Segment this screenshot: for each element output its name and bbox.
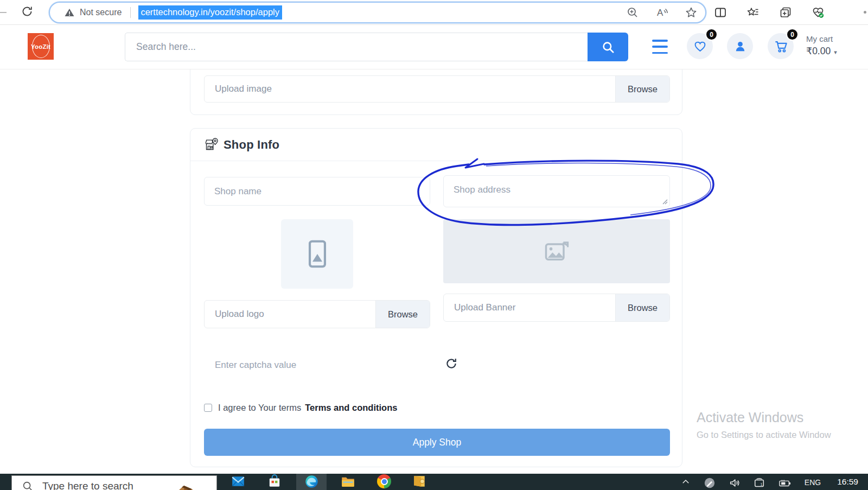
favorites-bar-icon[interactable] bbox=[746, 6, 760, 19]
refresh-button[interactable] bbox=[21, 5, 36, 20]
taskbar-chrome-icon[interactable] bbox=[376, 474, 392, 490]
windows-ink-icon[interactable] bbox=[704, 477, 716, 489]
image-upload-icon bbox=[542, 237, 571, 265]
taskbar-notes-app-icon[interactable] bbox=[411, 474, 427, 490]
svg-text:A: A bbox=[657, 8, 663, 18]
windows-taskbar: Type here to search bbox=[0, 474, 868, 490]
shop-address-input[interactable] bbox=[443, 175, 670, 207]
wishlist-count-badge: 0 bbox=[705, 28, 718, 41]
store-location-icon bbox=[204, 137, 219, 152]
site-search-button[interactable] bbox=[588, 33, 628, 61]
upload-logo-browse-button[interactable]: Browse bbox=[375, 301, 430, 328]
heart-icon bbox=[693, 40, 707, 53]
image-placeholder-icon bbox=[301, 237, 334, 271]
search-icon bbox=[601, 40, 615, 54]
read-aloud-icon[interactable]: A bbox=[655, 6, 668, 19]
my-cart-label: My cart bbox=[806, 34, 837, 43]
my-cart-summary[interactable]: My cart ₹0.00▾ bbox=[806, 34, 837, 57]
upload-image-browse-button[interactable]: Browse bbox=[615, 76, 669, 102]
hidden-icons-chevron-icon[interactable] bbox=[681, 477, 691, 487]
url-text-selected[interactable]: certtechnology.in/yoozit/shop/apply bbox=[138, 5, 282, 20]
volume-icon[interactable] bbox=[729, 477, 741, 489]
address-bar[interactable]: Not secure certtechnology.in/yoozit/shop… bbox=[49, 2, 706, 23]
apply-shop-button[interactable]: Apply Shop bbox=[204, 429, 670, 456]
terms-agreement-row[interactable]: I agree to Your terms Terms and conditio… bbox=[204, 403, 397, 413]
activate-windows-watermark: Activate Windows Go to Settings to activ… bbox=[697, 410, 831, 440]
svg-text:1: 1 bbox=[761, 482, 763, 486]
search-highlight-mountain-icon[interactable] bbox=[163, 481, 213, 490]
zoom-in-icon[interactable] bbox=[626, 6, 639, 19]
language-indicator[interactable]: ENG bbox=[805, 478, 821, 487]
shop-info-title: Shop Info bbox=[224, 138, 279, 152]
site-header: YooZit 0 bbox=[0, 25, 868, 69]
cart-icon bbox=[774, 39, 788, 54]
favorite-star-icon[interactable] bbox=[685, 6, 698, 19]
site-logo[interactable]: YooZit bbox=[28, 33, 54, 60]
logo-text: YooZit bbox=[31, 43, 50, 50]
browser-essentials-icon[interactable] bbox=[812, 6, 825, 19]
chevron-down-icon: ▾ bbox=[834, 49, 837, 55]
shop-info-card: Shop Info Upload logo Browse bbox=[190, 128, 682, 467]
upload-banner-browse-button[interactable]: Browse bbox=[615, 294, 669, 321]
taskbar-store-icon[interactable] bbox=[266, 474, 283, 490]
watermark-title: Activate Windows bbox=[697, 410, 831, 425]
menu-button[interactable] bbox=[652, 40, 668, 54]
captcha-refresh-button[interactable] bbox=[444, 357, 458, 371]
upload-banner-field[interactable]: Upload Banner Browse bbox=[443, 294, 670, 322]
refresh-captcha-icon bbox=[444, 357, 458, 371]
collections-icon[interactable] bbox=[779, 6, 792, 19]
banner-preview-placeholder[interactable] bbox=[443, 219, 670, 283]
site-search-input[interactable] bbox=[125, 33, 588, 61]
refresh-icon bbox=[21, 5, 34, 18]
shop-info-header: Shop Info bbox=[190, 129, 682, 161]
taskbar-search-icon bbox=[22, 480, 34, 490]
shop-name-input[interactable] bbox=[204, 177, 430, 206]
forward-nav-partial-icon bbox=[0, 12, 7, 13]
logo-preview-placeholder[interactable] bbox=[281, 219, 353, 289]
security-label[interactable]: Not secure bbox=[80, 8, 122, 17]
user-icon bbox=[733, 40, 747, 53]
tablet-device-icon[interactable]: 1 bbox=[754, 477, 765, 489]
captcha-input[interactable] bbox=[204, 351, 383, 379]
taskbar-file-explorer-icon[interactable] bbox=[340, 474, 356, 490]
cart-amount: ₹0.00 bbox=[806, 46, 831, 56]
browser-toolbar: Not secure certtechnology.in/yoozit/shop… bbox=[0, 0, 868, 25]
cart-count-badge: 0 bbox=[786, 28, 799, 41]
clock[interactable]: 16:59 bbox=[837, 477, 858, 487]
terms-link[interactable]: Terms and conditions bbox=[305, 403, 397, 413]
taskbar-search-placeholder: Type here to search bbox=[42, 480, 133, 490]
account-button[interactable] bbox=[727, 33, 753, 59]
upload-banner-placeholder: Upload Banner bbox=[444, 294, 615, 321]
agree-text: I agree to Your terms bbox=[218, 403, 301, 413]
not-secure-warning-icon[interactable] bbox=[64, 7, 75, 18]
wishlist-button[interactable]: 0 bbox=[687, 33, 713, 59]
site-search bbox=[125, 33, 588, 61]
taskbar-edge-icon[interactable] bbox=[303, 474, 320, 490]
system-tray: 1 ENG 16:59 bbox=[681, 474, 868, 490]
cart-button[interactable]: 0 bbox=[768, 33, 794, 59]
taskbar-search-box[interactable]: Type here to search bbox=[11, 475, 217, 490]
more-menu-partial-icon[interactable] bbox=[864, 11, 866, 14]
watermark-subtitle: Go to Settings to activate Window bbox=[697, 430, 831, 440]
battery-charging-icon[interactable] bbox=[778, 477, 792, 489]
screen: Not secure certtechnology.in/yoozit/shop… bbox=[0, 0, 868, 490]
textarea-resize-handle[interactable] bbox=[661, 198, 668, 205]
split-screen-icon[interactable] bbox=[714, 6, 727, 19]
upload-logo-field[interactable]: Upload logo Browse bbox=[204, 300, 430, 328]
hamburger-icon bbox=[652, 40, 668, 42]
taskbar-mail-icon[interactable] bbox=[230, 474, 246, 490]
upload-image-placeholder: Upload image bbox=[205, 76, 615, 102]
address-divider bbox=[130, 7, 131, 18]
upload-logo-placeholder: Upload logo bbox=[205, 301, 375, 328]
upload-image-field[interactable]: Upload image Browse bbox=[204, 75, 670, 103]
terms-checkbox[interactable] bbox=[204, 404, 212, 412]
